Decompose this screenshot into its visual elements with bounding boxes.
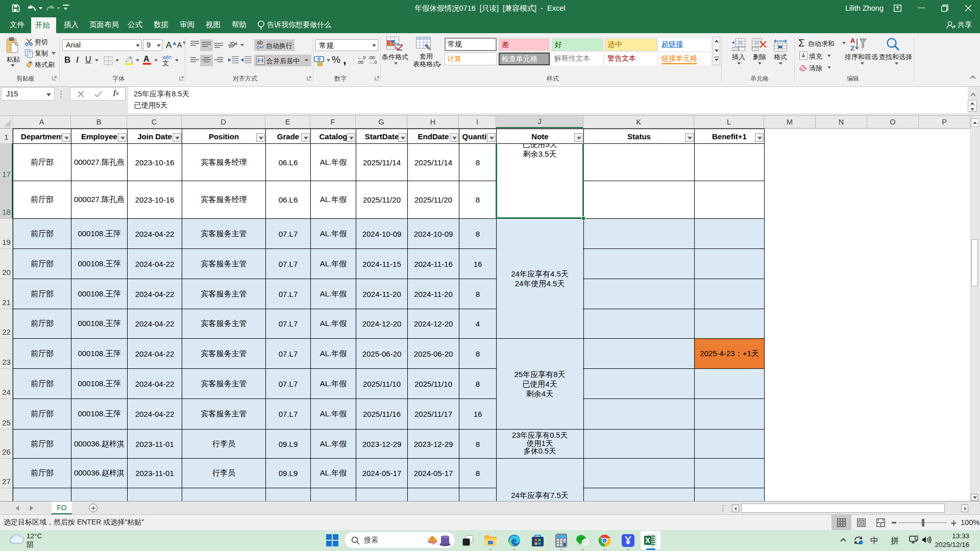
svg-text:Z: Z [850,44,854,52]
svg-text:A: A [850,37,855,44]
